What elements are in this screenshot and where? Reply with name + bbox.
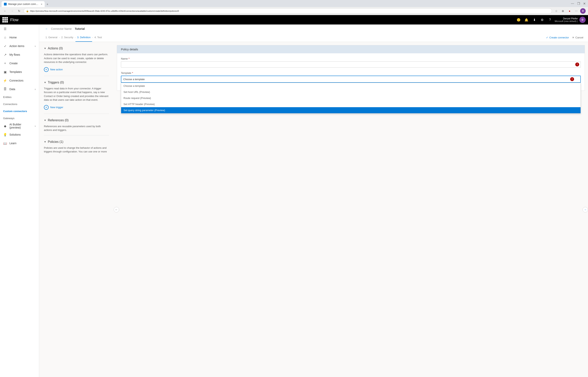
sidebar-connectors-label: Connectors (9, 79, 36, 82)
actions-section-description: Actions determine the operations that us… (44, 53, 109, 64)
sidebar-item-action-items[interactable]: ✓ Action items ∨ (0, 42, 39, 50)
name-required-star: * (129, 57, 129, 60)
topbar-avatar[interactable]: D (579, 17, 586, 23)
toolbar-right: ☆ ⊕ ● ⋯ D (553, 8, 586, 14)
policies-section: ▼ Policies (1) Policies are used to chan… (44, 140, 109, 154)
dropdown-option-set-http-header[interactable]: Set HTTP header (Preview) (121, 101, 581, 107)
policies-section-header: ▼ Policies (1) (44, 140, 109, 144)
wizard-step-definition[interactable]: 3. Definition (75, 33, 92, 42)
option-set-http-header-label: Set HTTP header (Preview) (123, 103, 155, 106)
waffle-menu-icon[interactable] (2, 17, 8, 23)
refresh-button[interactable]: ↻ (16, 8, 22, 14)
restore-button[interactable]: ❐ (576, 1, 581, 6)
sidebar-solutions-label: Solutions (9, 133, 36, 136)
sidebar-item-connections[interactable]: Connections (0, 101, 39, 107)
wizard-step-test-label: 4. Test (94, 36, 102, 39)
references-section-description: References are reusable parameters used … (44, 124, 109, 132)
sidebar-item-gateways[interactable]: Gateways (0, 115, 39, 122)
settings-icon[interactable]: ⚙ (539, 17, 545, 23)
panel-nav-left-button[interactable]: ← (114, 207, 119, 212)
template-dropdown-trigger[interactable]: Choose a template ! (121, 76, 581, 83)
hamburger-icon: ☰ (3, 27, 7, 31)
topbar-right: 🙂 🔔 ⬇ ⚙ ? Denzel Pfeifer Microsoft (new … (516, 17, 586, 23)
extension2-icon[interactable]: ● (567, 8, 572, 14)
new-trigger-plus-icon: + (44, 105, 49, 110)
references-collapse-icon[interactable]: ▼ (44, 119, 46, 122)
triggers-section: ▼ Triggers (0) Triggers read data in fro… (44, 81, 109, 114)
templates-icon: ▣ (3, 70, 7, 74)
minimize-button[interactable]: — (570, 1, 575, 6)
sidebar-item-learn[interactable]: 📖 Learn (0, 139, 39, 148)
policies-section-description: Policies are used to change the behavior… (44, 146, 109, 154)
sidebar-item-my-flows[interactable]: ↗ My flows (0, 50, 39, 59)
bookmark-icon[interactable]: ☆ (553, 8, 559, 14)
wizard-step-general[interactable]: 1. General (44, 33, 59, 42)
option-set-host-url-label: Set host URL (Preview) (123, 91, 150, 94)
settings-icon[interactable]: ⋯ (574, 8, 579, 14)
browser-titlebar: Manage your custom connectors ✕ + — ❐ ✕ (0, 0, 588, 7)
sidebar-create-label: Create (9, 62, 36, 65)
new-trigger-button[interactable]: + New trigger (44, 104, 63, 110)
breadcrumb-parent[interactable]: Connector Name (51, 27, 72, 30)
wizard-step-test[interactable]: 4. Test (93, 33, 104, 42)
template-selected-label: Choose a template (123, 78, 145, 81)
sidebar-learn-label: Learn (9, 142, 36, 145)
wizard-step-security[interactable]: 2. Security (59, 33, 75, 42)
sidebar-item-connectors[interactable]: ⚡ Connectors (0, 76, 39, 85)
profile-avatar[interactable]: D (580, 8, 586, 14)
breadcrumb-current: Tutorial (75, 27, 85, 30)
user-name: Denzel Pfeifer (555, 17, 578, 20)
learn-icon: 📖 (3, 141, 7, 145)
dropdown-option-set-host-url[interactable]: Set host URL (Preview) (121, 89, 581, 95)
create-icon: + (3, 61, 7, 65)
tab-close-icon[interactable]: ✕ (41, 3, 42, 5)
sidebar-item-data[interactable]: 🗄 Data ∧ (0, 85, 39, 94)
forward-button[interactable]: → (9, 8, 15, 14)
dropdown-option-placeholder[interactable]: Choose a template (121, 83, 581, 89)
panel-nav-right-button[interactable]: → (583, 207, 588, 212)
sidebar-item-ai-builder[interactable]: ◆ AI Builder (preview) ∨ (0, 122, 39, 130)
dropdown-option-route-request[interactable]: Route request (Preview) (121, 95, 581, 101)
new-action-button[interactable]: + New action (44, 66, 63, 73)
ai-builder-icon: ◆ (3, 124, 7, 128)
user-info[interactable]: Denzel Pfeifer Microsoft (new default) (… (555, 17, 586, 23)
cancel-label: Cancel (576, 36, 583, 39)
extension1-icon[interactable]: ⊕ (560, 8, 566, 14)
download-icon[interactable]: ⬇ (531, 17, 537, 23)
sidebar-menu-toggle[interactable]: ☰ (0, 24, 39, 33)
emoji-icon[interactable]: 🙂 (516, 17, 522, 23)
policies-collapse-icon[interactable]: ▼ (44, 141, 46, 143)
new-tab-button[interactable]: + (45, 1, 50, 7)
dropdown-option-set-query-string[interactable]: Set query string parameter (Preview) (121, 107, 581, 113)
sidebar-item-templates[interactable]: ▣ Templates (0, 68, 39, 76)
references-section-header: ▼ References (0) (44, 118, 109, 122)
sidebar-item-custom-connectors[interactable]: Custom connectors (0, 107, 39, 115)
cancel-button[interactable]: ✕ Cancel (572, 36, 583, 39)
help-icon[interactable]: ? (547, 17, 553, 23)
close-button[interactable]: ✕ (582, 1, 587, 6)
address-bar[interactable]: 🔒 https://preview.flow.microsoft.com/man… (24, 8, 552, 14)
sidebar-item-entities[interactable]: Entities (0, 94, 39, 101)
sidebar-item-home[interactable]: ⌂ Home (0, 33, 39, 42)
policy-details-panel: Policy details Name * (117, 45, 585, 91)
notifications-icon[interactable]: 🔔 (523, 17, 529, 23)
breadcrumb-row: ← Connector Name Tutorial (44, 24, 583, 33)
sidebar-action-items-label: Action items (9, 45, 32, 48)
sidebar-item-solutions[interactable]: 💡 Solutions (0, 130, 39, 139)
triggers-section-header: ▼ Triggers (0) (44, 81, 109, 84)
triggers-collapse-icon[interactable]: ▼ (44, 81, 46, 84)
name-error-icon: ! (575, 62, 579, 66)
active-browser-tab[interactable]: Manage your custom connectors ✕ (1, 1, 45, 7)
new-action-label: New action (50, 68, 63, 71)
actions-collapse-icon[interactable]: ▼ (44, 47, 46, 50)
name-input[interactable] (121, 61, 581, 68)
sidebar-item-create[interactable]: + Create (0, 59, 39, 68)
main-content: ▼ Actions (0) Actions determine the oper… (39, 42, 588, 377)
create-connector-button[interactable]: ✓ Create connector (546, 36, 569, 39)
wizard-steps: 1. General › 2. Security › 3. Definition… (44, 33, 583, 42)
lock-icon: 🔒 (26, 10, 29, 12)
back-button[interactable]: ← (2, 8, 8, 14)
wizard-step-general-label: 1. General (46, 36, 58, 39)
triggers-section-divider (44, 114, 109, 114)
breadcrumb-back-button[interactable]: ← (44, 26, 49, 32)
